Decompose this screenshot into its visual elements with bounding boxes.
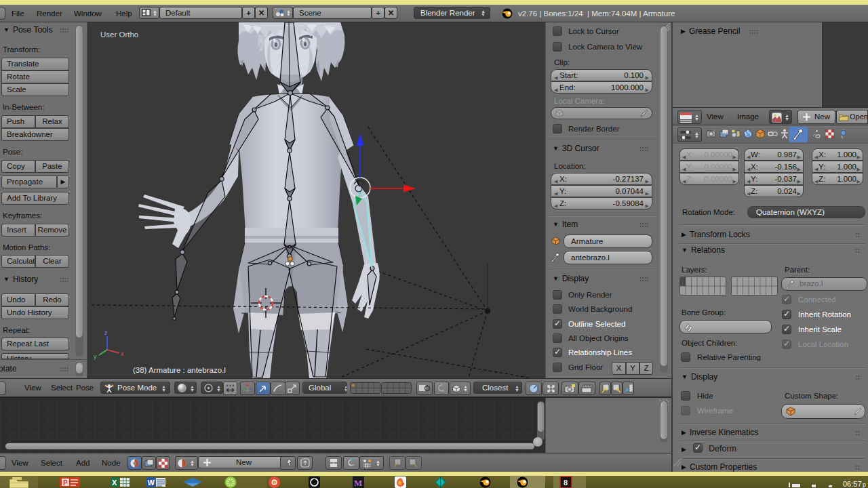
svg-text:X: X	[112, 479, 117, 487]
svg-text:x: x	[121, 350, 124, 357]
svg-text:(38) Armature : antebrazo.l: (38) Armature : antebrazo.l	[133, 366, 226, 374]
svg-text:z: z	[104, 329, 108, 336]
svg-text:W: W	[148, 479, 155, 487]
svg-text:y: y	[94, 353, 97, 360]
svg-text:06:57: 06:57	[843, 480, 862, 488]
svg-text:8: 8	[564, 479, 568, 487]
svg-text:P: P	[63, 479, 68, 487]
svg-text:User Ortho: User Ortho	[100, 30, 138, 39]
svg-text:M: M	[354, 478, 362, 488]
svg-text:p: p	[863, 481, 866, 488]
